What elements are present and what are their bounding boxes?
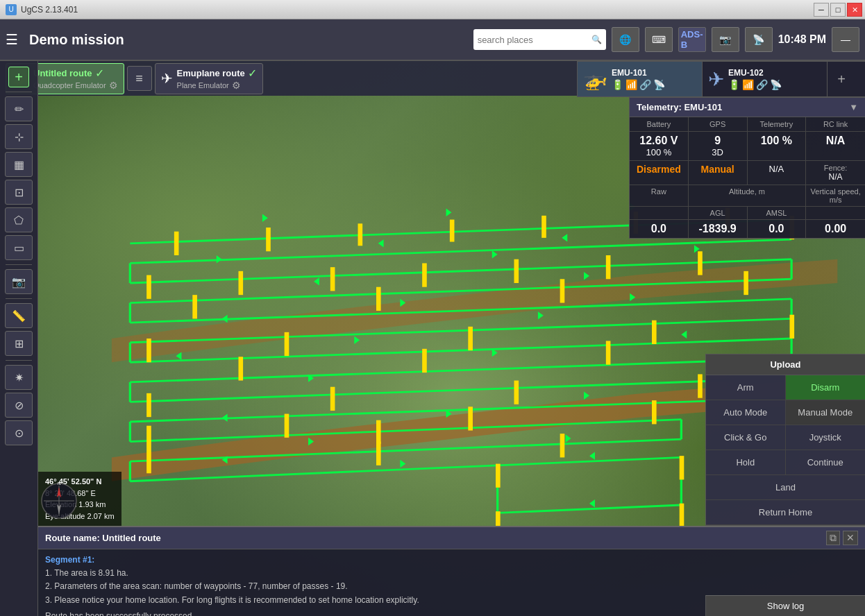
time-display: 10:48 PM — [778, 33, 826, 46]
svg-marker-55 — [400, 460, 405, 468]
auto-mode-button[interactable]: Auto Mode — [706, 400, 786, 425]
drone2-name: EMU-102 — [728, 68, 782, 78]
divider3 — [6, 298, 32, 299]
return-home-button[interactable]: Return Home — [706, 500, 865, 525]
telemetry-collapse-icon[interactable]: ▼ — [849, 102, 858, 112]
svg-rect-72 — [146, 275, 151, 299]
grid-tool[interactable]: ▦ — [5, 152, 33, 177]
ads-b-button[interactable]: ADS-B — [678, 27, 706, 52]
battery-percent: 100 % — [635, 147, 682, 157]
svg-rect-75 — [560, 279, 565, 302]
arm-status-cell: Disarmed — [630, 161, 689, 185]
svg-rect-87 — [514, 381, 519, 404]
camera-tool[interactable]: 📷 — [5, 269, 33, 294]
info-line1: 1. The area is 8.91 ha. — [45, 567, 858, 580]
svg-rect-91 — [468, 407, 473, 430]
telemetry-label: Telemetry — [753, 120, 800, 128]
scan-tool[interactable]: ⊡ — [5, 180, 33, 205]
circle-tool[interactable]: ⊘ — [5, 393, 33, 418]
svg-rect-96 — [146, 450, 151, 473]
arm-button[interactable]: Arm — [706, 375, 786, 400]
route-tab-2[interactable]: ✈ Emuplane route ✓ Plane Emulator ⚙ — [155, 63, 263, 94]
svg-rect-97 — [376, 442, 381, 465]
video-icon[interactable]: 📷 — [712, 27, 739, 52]
route1-name: Untitled route — [33, 68, 92, 78]
gps-count: 9 — [694, 135, 741, 147]
altitude-sublabel-row: AGL AMSL — [630, 207, 865, 220]
svg-line-2 — [130, 239, 791, 263]
agl-label: AGL — [689, 207, 748, 219]
rect-tool[interactable]: ▭ — [5, 235, 33, 260]
manual-mode-button[interactable]: Manual Mode — [786, 400, 866, 425]
flight-arrows — [176, 203, 733, 508]
keyboard-icon[interactable]: ⌨ — [645, 27, 673, 52]
maximize-button[interactable]: □ — [830, 3, 846, 17]
more-icon[interactable]: — — [832, 27, 859, 52]
drone2-battery-icon: 🔋 — [728, 79, 740, 90]
drone1-battery-icon: 🔋 — [612, 79, 623, 90]
search-input[interactable] — [478, 35, 589, 45]
compass-tool[interactable]: ⊙ — [5, 420, 33, 445]
click-go-button[interactable]: Click & Go — [706, 425, 786, 450]
info-close-button[interactable]: ✕ — [843, 531, 858, 545]
window-controls: ─ □ ✕ — [814, 3, 862, 17]
svg-rect-76 — [744, 271, 748, 295]
polygon-tool[interactable]: ⬠ — [5, 207, 33, 232]
svg-rect-73 — [192, 295, 197, 318]
arm-disarm-row: Arm Disarm — [706, 375, 865, 400]
mode-row: Auto Mode Manual Mode — [706, 400, 865, 425]
minimize-button[interactable]: ─ — [814, 3, 829, 17]
compass-widget: N — [40, 482, 78, 520]
info-copy-button[interactable]: ⧉ — [826, 531, 840, 545]
drone-tab-1[interactable]: 🚁 EMU-101 🔋 📶 🔗 📡 — [578, 62, 703, 96]
altitude-header-row: Raw Altitude, m Vertical speed, m/s — [630, 185, 865, 207]
telemetry-percent: 100 % — [753, 135, 800, 147]
rc-link-value: N/A — [812, 135, 859, 147]
layers-button[interactable]: ≡ — [127, 66, 152, 91]
svg-rect-86 — [698, 374, 703, 397]
land-button[interactable]: Land — [706, 475, 865, 500]
svg-line-27 — [498, 505, 682, 513]
draw-tool[interactable]: ✏ — [5, 96, 33, 121]
add-route-button[interactable]: + — [8, 67, 29, 87]
agl-value: -1839.9 — [689, 220, 748, 238]
svg-marker-52 — [566, 434, 571, 442]
raw-value: 0.0 — [630, 220, 689, 238]
stream-icon[interactable]: 📡 — [745, 27, 773, 52]
drone-tab-2[interactable]: ✈ EMU-102 🔋 📶 🔗 📡 — [703, 62, 828, 96]
fence-label: Fence: — [812, 164, 859, 172]
segment-label: Segment #1: — [45, 555, 94, 565]
flight-paths — [130, 220, 791, 513]
show-log-button[interactable]: Show log — [705, 595, 865, 616]
drone2-signal-icon: 📶 — [742, 79, 754, 90]
svg-rect-98 — [496, 464, 501, 488]
divider4 — [6, 360, 32, 361]
continue-button[interactable]: Continue — [786, 450, 866, 474]
battery-label-cell: Battery — [630, 117, 689, 131]
route2-gear-icon[interactable]: ⚙ — [232, 80, 241, 91]
add-drone-button[interactable]: + — [828, 62, 855, 96]
close-button[interactable]: ✕ — [847, 3, 862, 17]
disarm-button[interactable]: Disarm — [786, 375, 866, 400]
sun-tool[interactable]: ✷ — [5, 365, 33, 390]
svg-marker-32 — [562, 234, 567, 241]
joystick-button[interactable]: Joystick — [786, 425, 866, 450]
globe-icon[interactable]: 🌐 — [612, 27, 639, 52]
amsl-label: AMSL — [748, 207, 807, 219]
svg-rect-66 — [698, 251, 703, 275]
menu-button[interactable]: ☰ — [6, 31, 18, 48]
svg-marker-37 — [314, 277, 319, 285]
svg-marker-56 — [589, 452, 595, 459]
search-icon[interactable]: 🔍 — [591, 35, 602, 44]
hold-button[interactable]: Hold — [706, 450, 786, 474]
topbar: ☰ Demo mission 🔍 🌐 ⌨ ADS-B 📷 📡 10:48 PM … — [0, 19, 865, 61]
drone1-status-icons: 🔋 📶 🔗 📡 — [612, 79, 665, 90]
svg-line-25 — [498, 457, 682, 465]
svg-rect-69 — [422, 263, 427, 286]
grid2-tool[interactable]: ⊞ — [5, 331, 33, 356]
route1-gear-icon[interactable]: ⚙ — [109, 80, 118, 91]
ruler-tool[interactable]: 📏 — [5, 303, 33, 328]
svg-marker-33 — [378, 239, 384, 247]
gps-label: GPS — [694, 120, 741, 128]
select-tool[interactable]: ⊹ — [5, 124, 33, 149]
